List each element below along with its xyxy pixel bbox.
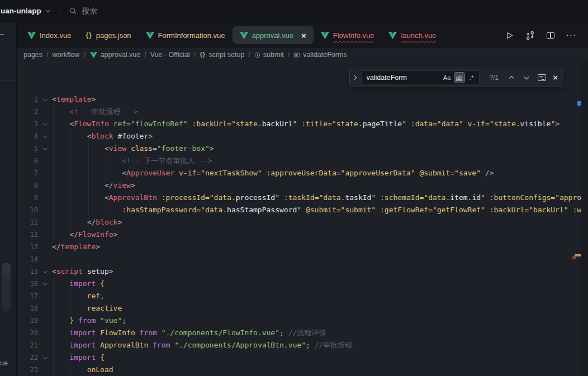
global-search[interactable]: 搜索 — [69, 6, 97, 16]
breadcrumb-separator: / — [248, 51, 250, 59]
code-text: import ApprovalBtn from "./components/Ap… — [52, 339, 352, 351]
code-line-8[interactable]: 8 </view> — [17, 179, 588, 192]
code-line-10[interactable]: 10 :hasStampPassword="data.hasStampPassw… — [17, 204, 588, 216]
line-number: 19 — [17, 315, 38, 327]
breadcrumb-label: pages — [23, 51, 42, 59]
previous-match-button[interactable] — [506, 73, 516, 83]
code-text: import { — [52, 351, 105, 364]
fold-gutter — [38, 290, 52, 302]
tab-Index.vue[interactable]: Index.vue — [20, 26, 78, 44]
breadcrumb-item-workflow[interactable]: workflow — [53, 51, 80, 59]
code-line-9[interactable]: 9 <ApprovalBtn :processId="data.processI… — [17, 192, 588, 204]
fold-icon[interactable] — [38, 142, 52, 155]
code-line-12[interactable]: 12 </FlowInfo> — [17, 229, 588, 241]
tab-pages.json[interactable]: {}pages.json — [78, 26, 138, 44]
line-number: 23 — [17, 364, 38, 376]
find-in-selection-button[interactable] — [537, 73, 547, 83]
fold-gutter — [38, 229, 52, 241]
close-icon[interactable]: × — [301, 31, 306, 40]
breadcrumb-item-approval.vue[interactable]: approval.vue — [89, 51, 141, 59]
sidebar-item-truncated[interactable]: ue — [0, 359, 8, 367]
indent-guide — [106, 204, 106, 216]
code-line-4[interactable]: 4 <block #footer> — [17, 130, 588, 142]
compare-changes-icon — [525, 31, 535, 40]
fold-icon[interactable] — [38, 93, 52, 106]
find-close-button[interactable]: × — [553, 73, 558, 82]
code-line-20[interactable]: 20 import FlowInfo from "./components/Fl… — [17, 327, 588, 339]
breadcrumb-item-submit[interactable]: submit — [254, 51, 284, 59]
split-editor-button[interactable] — [545, 30, 556, 41]
fold-gutter — [38, 253, 52, 265]
code-line-11[interactable]: 11 </block> — [17, 216, 588, 229]
line-number: 12 — [17, 229, 38, 241]
breadcrumb-separator: / — [144, 51, 146, 59]
code-line-13[interactable]: 13</template> — [17, 241, 588, 253]
open-changes-button[interactable] — [524, 30, 535, 41]
indent-guide — [70, 155, 71, 167]
indent-guide — [53, 351, 54, 364]
run-button[interactable] — [504, 30, 515, 41]
code-text: <template> — [52, 93, 96, 106]
find-expand-toggle[interactable] — [353, 76, 356, 79]
fold-gutter — [38, 167, 52, 179]
code-area[interactable]: 1<template>2 <!-- 审批流程 -->3 <FlowInfo re… — [17, 61, 588, 376]
project-selector[interactable]: uan-uniapp — [0, 7, 50, 15]
code-line-6[interactable]: 6 <!-- 下一节点审批人 --> — [17, 155, 588, 167]
play-icon — [505, 31, 514, 40]
code-line-19[interactable]: 19 } from "vue"; — [17, 315, 588, 327]
overview-ruler[interactable] — [581, 61, 588, 376]
code-line-5[interactable]: 5 <view class="footer-box"> — [17, 142, 588, 155]
vue-icon — [27, 32, 36, 39]
indent-guide — [70, 130, 71, 142]
tab-FlowInfo.vue[interactable]: FlowInfo.vue — [314, 26, 382, 44]
code-text: <!-- 审批流程 --> — [52, 106, 138, 118]
fold-gutter — [38, 364, 52, 376]
match-case-button[interactable]: Aa — [442, 72, 453, 83]
next-match-button[interactable] — [521, 73, 532, 83]
code-line-14[interactable]: 14 — [17, 253, 588, 265]
indent-guide — [88, 167, 89, 179]
line-number: 7 — [17, 167, 38, 179]
cursor-marker — [577, 101, 581, 106]
code-line-3[interactable]: 3 <FlowInfo ref="flowInfoRef" :backUrl="… — [17, 118, 588, 130]
code-line-23[interactable]: 23 onLoad — [17, 364, 588, 376]
tab-approval.vue[interactable]: approval.vue× — [233, 26, 314, 44]
code-line-2[interactable]: 2 <!-- 审批流程 --> — [17, 106, 588, 118]
tab-FormInformation.vue[interactable]: FormInformation.vue — [139, 26, 233, 44]
code-line-22[interactable]: 22 import { — [17, 351, 588, 364]
breadcrumb-item-pages[interactable]: pages — [23, 51, 42, 59]
find-input[interactable]: validateForm Aa ab .* — [361, 70, 480, 84]
fold-icon[interactable] — [38, 265, 52, 278]
line-number: 6 — [17, 155, 38, 167]
fold-icon[interactable] — [38, 351, 52, 364]
code-line-21[interactable]: 21 import ApprovalBtn from "./components… — [17, 339, 588, 351]
code-line-15[interactable]: 15<script setup> — [17, 265, 588, 278]
breadcrumb-label: submit — [263, 51, 284, 59]
fold-icon[interactable] — [38, 118, 52, 130]
indent-guide — [53, 192, 54, 204]
indent-guide — [70, 290, 71, 302]
fold-icon[interactable] — [38, 130, 52, 142]
whole-word-button[interactable]: ab — [454, 72, 465, 83]
code-line-7[interactable]: 7 <ApproveUser v-if="nextTaskShow" :appr… — [17, 167, 588, 179]
code-line-17[interactable]: 17 ref, — [17, 290, 588, 302]
editor-pane[interactable]: validateForm Aa ab .* ?/1 × 1<template>2… — [17, 61, 588, 376]
line-number: 14 — [17, 253, 38, 265]
indent-guide — [53, 216, 54, 229]
code-line-18[interactable]: 18 reactive — [17, 302, 588, 315]
tab-launch.vue[interactable]: launch.vue — [381, 26, 443, 44]
more-actions-button[interactable]: ··· — [566, 30, 577, 41]
line-number: 21 — [17, 339, 38, 351]
breadcrumb-item-validateforms[interactable]: validateForms — [293, 51, 347, 59]
breadcrumb-item-script-setup[interactable]: {}script setup — [200, 51, 244, 59]
fold-gutter — [38, 241, 52, 253]
find-query-text[interactable]: validateForm — [367, 74, 440, 82]
code-line-1[interactable]: 1<template> — [17, 93, 588, 106]
breadcrumb-item-vue---official[interactable]: Vue - Official — [150, 51, 190, 59]
regex-button[interactable]: .* — [466, 72, 477, 83]
fold-icon[interactable] — [38, 278, 52, 290]
indent-guide — [53, 290, 54, 302]
breadcrumb: pages/workflow/approval.vue/Vue - Offici… — [17, 48, 588, 61]
code-line-16[interactable]: 16 import { — [17, 278, 588, 290]
sidebar-scrollbar-thumb[interactable] — [2, 263, 11, 312]
